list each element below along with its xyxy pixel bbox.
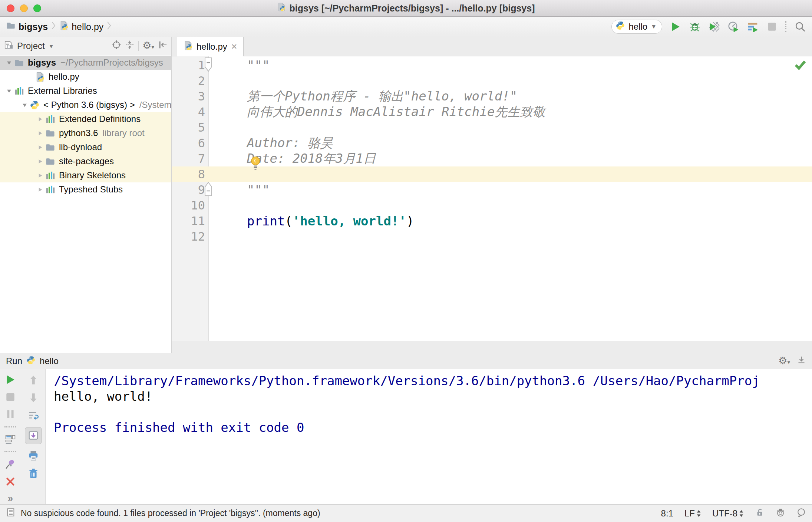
run-configuration-select[interactable]: hello ▼ (611, 20, 662, 34)
caret-position-widget[interactable]: 8:1 (661, 508, 673, 519)
code-text: """ (209, 182, 270, 197)
tree-item-external-libraries[interactable]: External Libraries (0, 84, 171, 98)
tree-item-python3.6[interactable]: python3.6library root (0, 126, 171, 140)
chevron-expanded-icon[interactable] (19, 102, 30, 108)
zoom-button[interactable] (33, 4, 41, 12)
chevron-right-icon (51, 21, 56, 33)
close-button[interactable] (7, 4, 14, 12)
encoding-widget[interactable]: UTF-8 (712, 508, 744, 519)
clear-all-button[interactable] (27, 467, 40, 480)
tree-item-suffix: ~/PycharmProjects/bigsys (60, 57, 163, 68)
tree-item-typeshed-stubs[interactable]: Typeshed Stubs (0, 182, 171, 196)
rerun-button[interactable] (4, 374, 17, 386)
tree-item-bigsys[interactable]: bigsys~/PycharmProjects/bigsys (0, 56, 171, 70)
run-settings-gear-button[interactable]: ⚙▾ (778, 356, 790, 366)
python-icon (30, 100, 40, 110)
breadcrumb-item-bigsys[interactable]: bigsys (6, 21, 48, 33)
code-line-10: 10 (172, 198, 812, 213)
code-text: 第一个Python程序 - 输出"hello, world!" (209, 88, 517, 105)
chevron-collapsed-icon[interactable] (35, 130, 45, 136)
search-everywhere-button[interactable] (794, 21, 806, 33)
toolbar-separator (785, 21, 787, 32)
pause-output-button[interactable] (4, 408, 17, 420)
line-ending-widget[interactable]: LF (684, 508, 701, 519)
close-panel-button[interactable] (4, 476, 17, 488)
stop-process-button[interactable] (4, 391, 17, 403)
restore-layout-button[interactable] (4, 433, 17, 446)
folder-icon (14, 58, 24, 68)
tab-label: hello.py (197, 42, 227, 52)
tree-item-binary-skeletons[interactable]: Binary Skeletons (0, 168, 171, 182)
fold-start-marker[interactable] (204, 57, 213, 75)
pin-tab-button[interactable] (4, 458, 17, 470)
editor-tab-bar: hello.py ✕ (172, 37, 812, 56)
up-stack-trace-button[interactable] (27, 374, 40, 386)
down-stack-trace-button[interactable] (27, 392, 40, 404)
profiler-button[interactable] (727, 21, 739, 33)
status-message: No suspicious code found. 1 files proces… (21, 508, 661, 518)
stop-button[interactable] (766, 21, 778, 33)
library-icon (45, 114, 56, 124)
locate-file-button[interactable] (112, 40, 121, 52)
run-button[interactable] (670, 21, 681, 33)
tree-item-label: site-packages (59, 156, 114, 166)
event-log-icon[interactable] (796, 508, 806, 519)
hide-panel-button[interactable] (158, 40, 168, 52)
tree-item-hello.py[interactable]: hello.py (0, 70, 171, 84)
tree-item-label: Typeshed Stubs (59, 184, 123, 195)
run-toolbar-console (21, 369, 46, 504)
minimize-button[interactable] (20, 4, 28, 12)
scroll-to-end-button[interactable] (25, 427, 42, 444)
inspection-ok-icon[interactable] (794, 59, 806, 72)
tree-item-site-packages[interactable]: site-packages (0, 154, 171, 168)
line-number: 8 (172, 167, 209, 181)
line-number: 11 (172, 214, 209, 228)
code-segment-string: 'hello, world!' (293, 214, 406, 228)
dock-panel-button[interactable] (797, 356, 806, 367)
line-number: 2 (172, 74, 209, 88)
code-line-4: 4向伟大的Dennis MacAlistair Ritchie先生致敬 (172, 104, 812, 120)
project-panel-header: Project ▼ ⚙▾ (0, 37, 171, 55)
collapse-all-button[interactable] (125, 40, 135, 52)
editor-area: hello.py ✕ 1"""23第一个Python程序 - 输出"hello,… (172, 37, 812, 353)
console-line: Process finished with exit code 0 (54, 420, 812, 435)
debug-button[interactable] (689, 21, 701, 33)
tree-item--python-3.6-bigsys-[interactable]: < Python 3.6 (bigsys) >/System (0, 98, 171, 112)
chevron-expanded-icon[interactable] (4, 88, 14, 94)
lock-icon[interactable] (755, 508, 765, 519)
code-line-5: 5 (172, 120, 812, 135)
run-config-name: hello (40, 356, 59, 366)
chevron-collapsed-icon[interactable] (35, 116, 45, 122)
chevron-down-icon[interactable]: ▼ (49, 43, 54, 49)
run-with-coverage-button[interactable] (708, 21, 720, 33)
chevron-expanded-icon[interactable] (4, 60, 14, 66)
toolbar-separator (4, 426, 16, 427)
intention-bulb-icon[interactable] (250, 156, 261, 174)
code-segment-comment: 第一个Python程序 - 输出"hello, world!" (247, 89, 517, 103)
python-icon (26, 356, 36, 367)
tab-hello-py[interactable]: hello.py ✕ (177, 37, 244, 56)
chevron-collapsed-icon[interactable] (35, 186, 45, 193)
tree-item-lib-dynload[interactable]: lib-dynload (0, 140, 171, 154)
print-button[interactable] (27, 449, 40, 462)
code-line-12: 12 (172, 229, 812, 244)
tree-item-extended-definitions[interactable]: Extended Definitions (0, 112, 171, 126)
hector-inspector-icon[interactable] (776, 508, 785, 519)
toolwindow-access-icon[interactable] (6, 508, 16, 519)
console-output[interactable]: /System/Library/Frameworks/Python.framew… (46, 369, 812, 504)
fold-end-marker[interactable] (204, 182, 213, 199)
tab-close-icon[interactable]: ✕ (231, 42, 238, 51)
soft-wrap-button[interactable] (27, 409, 40, 422)
chevron-collapsed-icon[interactable] (35, 172, 45, 179)
run-panel-header: Run hello ⚙▾ (0, 353, 812, 369)
tree-item-label: Extended Definitions (59, 114, 141, 124)
settings-gear-button[interactable]: ⚙▾ (142, 41, 154, 51)
concurrency-diagram-button[interactable] (747, 21, 759, 33)
code-text: Author: 骆昊 (209, 135, 333, 152)
code-editor[interactable]: 1"""23第一个Python程序 - 输出"hello, world!"4向伟… (172, 56, 812, 341)
project-panel-title[interactable]: Project (17, 41, 45, 51)
chevron-collapsed-icon[interactable] (35, 158, 45, 165)
chevron-collapsed-icon[interactable] (35, 144, 45, 151)
breadcrumb-item-hello-py[interactable]: hello.py (59, 21, 103, 33)
more-actions-button[interactable]: » (8, 493, 13, 504)
